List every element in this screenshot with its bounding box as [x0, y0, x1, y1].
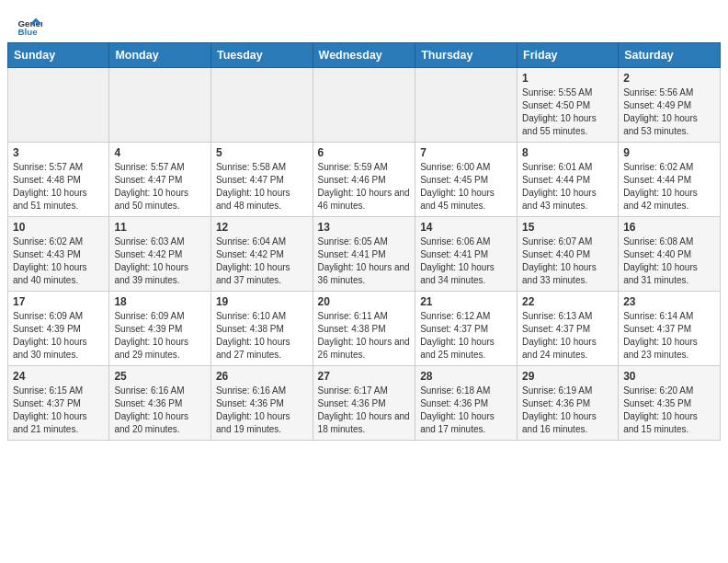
- weekday-header: Sunday: [8, 43, 109, 68]
- day-number: 27: [318, 370, 411, 383]
- day-number: 24: [13, 370, 104, 383]
- svg-text:Blue: Blue: [17, 27, 38, 37]
- calendar-cell: 16Sunrise: 6:08 AM Sunset: 4:40 PM Dayli…: [619, 217, 721, 292]
- day-number: 18: [114, 295, 206, 308]
- calendar-cell: 6Sunrise: 5:59 AM Sunset: 4:46 PM Daylig…: [313, 143, 415, 217]
- day-info: Sunrise: 6:12 AM Sunset: 4:37 PM Dayligh…: [420, 310, 512, 362]
- calendar-cell: 25Sunrise: 6:16 AM Sunset: 4:36 PM Dayli…: [109, 366, 211, 441]
- day-info: Sunrise: 6:17 AM Sunset: 4:36 PM Dayligh…: [318, 385, 411, 436]
- day-number: 20: [318, 295, 411, 308]
- day-number: 23: [623, 295, 715, 308]
- calendar-cell: 5Sunrise: 5:58 AM Sunset: 4:47 PM Daylig…: [210, 143, 313, 217]
- calendar-cell: 11Sunrise: 6:03 AM Sunset: 4:42 PM Dayli…: [109, 217, 211, 292]
- calendar-cell: 13Sunrise: 6:05 AM Sunset: 4:41 PM Dayli…: [313, 217, 415, 292]
- day-number: 11: [114, 221, 206, 234]
- day-info: Sunrise: 6:13 AM Sunset: 4:37 PM Dayligh…: [522, 310, 613, 362]
- calendar-cell: 24Sunrise: 6:15 AM Sunset: 4:37 PM Dayli…: [8, 366, 109, 441]
- day-number: 17: [13, 295, 104, 308]
- calendar-cell: 2Sunrise: 5:56 AM Sunset: 4:49 PM Daylig…: [619, 68, 721, 143]
- day-info: Sunrise: 6:16 AM Sunset: 4:36 PM Dayligh…: [216, 385, 308, 436]
- day-number: 30: [623, 370, 715, 383]
- calendar-week-row: 3Sunrise: 5:57 AM Sunset: 4:48 PM Daylig…: [8, 143, 721, 217]
- day-number: 7: [420, 146, 512, 159]
- day-info: Sunrise: 6:15 AM Sunset: 4:37 PM Dayligh…: [13, 385, 104, 436]
- weekday-header: Monday: [109, 43, 211, 68]
- day-info: Sunrise: 6:01 AM Sunset: 4:44 PM Dayligh…: [522, 161, 613, 213]
- calendar-cell: 10Sunrise: 6:02 AM Sunset: 4:43 PM Dayli…: [8, 217, 109, 292]
- day-info: Sunrise: 5:58 AM Sunset: 4:47 PM Dayligh…: [216, 161, 308, 213]
- weekday-header: Tuesday: [210, 43, 313, 68]
- calendar-cell: 27Sunrise: 6:17 AM Sunset: 4:36 PM Dayli…: [313, 366, 415, 441]
- day-info: Sunrise: 5:59 AM Sunset: 4:46 PM Dayligh…: [318, 161, 411, 213]
- calendar-cell: [313, 68, 415, 143]
- day-info: Sunrise: 5:57 AM Sunset: 4:48 PM Dayligh…: [13, 161, 104, 213]
- calendar-cell: 14Sunrise: 6:06 AM Sunset: 4:41 PM Dayli…: [415, 217, 518, 292]
- day-number: 14: [420, 221, 512, 234]
- day-number: 16: [623, 221, 715, 234]
- calendar-cell: 3Sunrise: 5:57 AM Sunset: 4:48 PM Daylig…: [8, 143, 109, 217]
- calendar-cell: 30Sunrise: 6:20 AM Sunset: 4:35 PM Dayli…: [619, 366, 721, 441]
- day-number: 10: [13, 221, 104, 234]
- logo: General Blue: [17, 13, 46, 39]
- day-number: 2: [623, 72, 715, 85]
- calendar-week-row: 24Sunrise: 6:15 AM Sunset: 4:37 PM Dayli…: [8, 366, 721, 441]
- calendar-cell: 8Sunrise: 6:01 AM Sunset: 4:44 PM Daylig…: [518, 143, 619, 217]
- calendar-cell: [8, 68, 109, 143]
- calendar-cell: 1Sunrise: 5:55 AM Sunset: 4:50 PM Daylig…: [518, 68, 619, 143]
- day-info: Sunrise: 6:05 AM Sunset: 4:41 PM Dayligh…: [318, 236, 411, 287]
- calendar-cell: 22Sunrise: 6:13 AM Sunset: 4:37 PM Dayli…: [518, 292, 619, 366]
- calendar-cell: 21Sunrise: 6:12 AM Sunset: 4:37 PM Dayli…: [415, 292, 518, 366]
- day-number: 8: [522, 146, 613, 159]
- day-info: Sunrise: 6:00 AM Sunset: 4:45 PM Dayligh…: [420, 161, 512, 213]
- day-info: Sunrise: 5:55 AM Sunset: 4:50 PM Dayligh…: [522, 86, 613, 138]
- weekday-header: Friday: [518, 43, 619, 68]
- calendar-cell: [210, 68, 313, 143]
- day-info: Sunrise: 6:10 AM Sunset: 4:38 PM Dayligh…: [216, 310, 308, 362]
- day-number: 28: [420, 370, 512, 383]
- day-info: Sunrise: 5:56 AM Sunset: 4:49 PM Dayligh…: [623, 86, 715, 138]
- logo-icon: General Blue: [17, 13, 42, 39]
- calendar-wrapper: SundayMondayTuesdayWednesdayThursdayFrid…: [0, 42, 728, 448]
- day-info: Sunrise: 6:02 AM Sunset: 4:44 PM Dayligh…: [623, 161, 715, 213]
- calendar-cell: 19Sunrise: 6:10 AM Sunset: 4:38 PM Dayli…: [210, 292, 313, 366]
- day-info: Sunrise: 5:57 AM Sunset: 4:47 PM Dayligh…: [114, 161, 206, 213]
- day-number: 12: [216, 221, 308, 234]
- calendar-cell: 4Sunrise: 5:57 AM Sunset: 4:47 PM Daylig…: [109, 143, 211, 217]
- calendar-cell: 29Sunrise: 6:19 AM Sunset: 4:36 PM Dayli…: [518, 366, 619, 441]
- day-info: Sunrise: 6:07 AM Sunset: 4:40 PM Dayligh…: [522, 236, 613, 287]
- day-info: Sunrise: 6:16 AM Sunset: 4:36 PM Dayligh…: [114, 385, 206, 436]
- calendar-cell: 7Sunrise: 6:00 AM Sunset: 4:45 PM Daylig…: [415, 143, 518, 217]
- weekday-header: Thursday: [415, 43, 518, 68]
- calendar-cell: 15Sunrise: 6:07 AM Sunset: 4:40 PM Dayli…: [518, 217, 619, 292]
- day-number: 4: [114, 146, 206, 159]
- day-info: Sunrise: 6:03 AM Sunset: 4:42 PM Dayligh…: [114, 236, 206, 287]
- day-info: Sunrise: 6:08 AM Sunset: 4:40 PM Dayligh…: [623, 236, 715, 287]
- calendar-cell: 28Sunrise: 6:18 AM Sunset: 4:36 PM Dayli…: [415, 366, 518, 441]
- day-info: Sunrise: 6:14 AM Sunset: 4:37 PM Dayligh…: [623, 310, 715, 362]
- calendar-cell: 9Sunrise: 6:02 AM Sunset: 4:44 PM Daylig…: [619, 143, 721, 217]
- day-info: Sunrise: 6:09 AM Sunset: 4:39 PM Dayligh…: [13, 310, 104, 362]
- day-number: 29: [522, 370, 613, 383]
- day-number: 25: [114, 370, 206, 383]
- day-info: Sunrise: 6:20 AM Sunset: 4:35 PM Dayligh…: [623, 385, 715, 436]
- day-number: 21: [420, 295, 512, 308]
- calendar-table: SundayMondayTuesdayWednesdayThursdayFrid…: [7, 42, 721, 441]
- day-info: Sunrise: 6:19 AM Sunset: 4:36 PM Dayligh…: [522, 385, 613, 436]
- calendar-cell: 23Sunrise: 6:14 AM Sunset: 4:37 PM Dayli…: [619, 292, 721, 366]
- calendar-cell: [109, 68, 211, 143]
- day-number: 22: [522, 295, 613, 308]
- day-info: Sunrise: 6:06 AM Sunset: 4:41 PM Dayligh…: [420, 236, 512, 287]
- weekday-header: Wednesday: [313, 43, 415, 68]
- calendar-week-row: 17Sunrise: 6:09 AM Sunset: 4:39 PM Dayli…: [8, 292, 721, 366]
- day-info: Sunrise: 6:02 AM Sunset: 4:43 PM Dayligh…: [13, 236, 104, 287]
- day-info: Sunrise: 6:09 AM Sunset: 4:39 PM Dayligh…: [114, 310, 206, 362]
- calendar-week-row: 1Sunrise: 5:55 AM Sunset: 4:50 PM Daylig…: [8, 68, 721, 143]
- day-number: 19: [216, 295, 308, 308]
- calendar-header: SundayMondayTuesdayWednesdayThursdayFrid…: [8, 43, 721, 68]
- day-number: 9: [623, 146, 715, 159]
- calendar-cell: 20Sunrise: 6:11 AM Sunset: 4:38 PM Dayli…: [313, 292, 415, 366]
- page-header: General Blue: [0, 0, 728, 42]
- day-info: Sunrise: 6:18 AM Sunset: 4:36 PM Dayligh…: [420, 385, 512, 436]
- day-number: 6: [318, 146, 411, 159]
- day-info: Sunrise: 6:04 AM Sunset: 4:42 PM Dayligh…: [216, 236, 308, 287]
